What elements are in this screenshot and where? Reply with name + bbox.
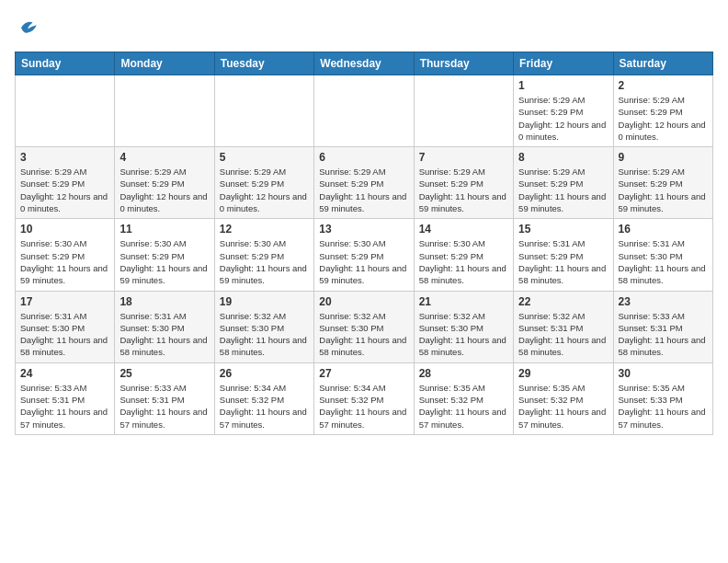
day-info: Sunrise: 5:33 AM Sunset: 5:31 PM Dayligh… bbox=[20, 382, 109, 431]
calendar-cell: 4Sunrise: 5:29 AM Sunset: 5:29 PM Daylig… bbox=[115, 147, 214, 219]
calendar-cell bbox=[214, 75, 313, 147]
day-number: 12 bbox=[220, 223, 309, 236]
day-number: 27 bbox=[319, 367, 408, 380]
day-info: Sunrise: 5:31 AM Sunset: 5:30 PM Dayligh… bbox=[20, 310, 109, 359]
calendar-cell bbox=[314, 75, 414, 147]
calendar-week-row: 3Sunrise: 5:29 AM Sunset: 5:29 PM Daylig… bbox=[16, 147, 713, 219]
logo bbox=[15, 15, 44, 40]
calendar-cell: 5Sunrise: 5:29 AM Sunset: 5:29 PM Daylig… bbox=[214, 147, 313, 219]
day-info: Sunrise: 5:33 AM Sunset: 5:31 PM Dayligh… bbox=[619, 310, 708, 359]
page-header bbox=[15, 15, 713, 40]
day-number: 15 bbox=[518, 223, 608, 236]
day-info: Sunrise: 5:29 AM Sunset: 5:29 PM Dayligh… bbox=[419, 166, 508, 214]
calendar-cell: 30Sunrise: 5:35 AM Sunset: 5:33 PM Dayli… bbox=[613, 362, 712, 434]
day-number: 26 bbox=[220, 367, 309, 380]
day-info: Sunrise: 5:30 AM Sunset: 5:29 PM Dayligh… bbox=[119, 237, 209, 286]
day-number: 23 bbox=[619, 295, 708, 308]
day-number: 1 bbox=[518, 79, 608, 92]
calendar-cell: 12Sunrise: 5:30 AM Sunset: 5:29 PM Dayli… bbox=[214, 219, 313, 291]
calendar-cell: 19Sunrise: 5:32 AM Sunset: 5:30 PM Dayli… bbox=[214, 291, 313, 362]
day-number: 13 bbox=[319, 223, 408, 236]
col-header-friday: Friday bbox=[514, 52, 613, 75]
day-number: 11 bbox=[119, 223, 209, 236]
calendar-cell: 27Sunrise: 5:34 AM Sunset: 5:32 PM Dayli… bbox=[314, 362, 414, 434]
day-info: Sunrise: 5:29 AM Sunset: 5:29 PM Dayligh… bbox=[518, 94, 608, 143]
day-info: Sunrise: 5:32 AM Sunset: 5:30 PM Dayligh… bbox=[220, 310, 309, 359]
day-number: 25 bbox=[119, 367, 209, 380]
day-number: 18 bbox=[119, 295, 209, 308]
day-number: 6 bbox=[319, 151, 408, 164]
calendar-header-row: SundayMondayTuesdayWednesdayThursdayFrid… bbox=[16, 52, 713, 75]
calendar-week-row: 24Sunrise: 5:33 AM Sunset: 5:31 PM Dayli… bbox=[16, 362, 713, 434]
day-number: 24 bbox=[20, 367, 109, 380]
calendar-cell: 1Sunrise: 5:29 AM Sunset: 5:29 PM Daylig… bbox=[514, 75, 613, 147]
day-number: 20 bbox=[319, 295, 408, 308]
day-number: 8 bbox=[518, 151, 608, 164]
calendar-cell: 9Sunrise: 5:29 AM Sunset: 5:29 PM Daylig… bbox=[613, 147, 712, 219]
calendar-cell: 29Sunrise: 5:35 AM Sunset: 5:32 PM Dayli… bbox=[514, 362, 613, 434]
calendar-cell: 6Sunrise: 5:29 AM Sunset: 5:29 PM Daylig… bbox=[314, 147, 414, 219]
calendar-cell bbox=[16, 75, 115, 147]
day-info: Sunrise: 5:29 AM Sunset: 5:29 PM Dayligh… bbox=[220, 166, 309, 214]
calendar-cell: 23Sunrise: 5:33 AM Sunset: 5:31 PM Dayli… bbox=[613, 291, 712, 362]
day-number: 9 bbox=[619, 151, 708, 164]
calendar-week-row: 10Sunrise: 5:30 AM Sunset: 5:29 PM Dayli… bbox=[16, 219, 713, 291]
day-info: Sunrise: 5:32 AM Sunset: 5:31 PM Dayligh… bbox=[518, 310, 608, 359]
calendar-table: SundayMondayTuesdayWednesdayThursdayFrid… bbox=[15, 52, 713, 435]
calendar-cell: 14Sunrise: 5:30 AM Sunset: 5:29 PM Dayli… bbox=[414, 219, 513, 291]
day-number: 29 bbox=[518, 367, 608, 380]
calendar-cell: 13Sunrise: 5:30 AM Sunset: 5:29 PM Dayli… bbox=[314, 219, 414, 291]
day-number: 2 bbox=[619, 79, 708, 92]
calendar-cell: 22Sunrise: 5:32 AM Sunset: 5:31 PM Dayli… bbox=[514, 291, 613, 362]
day-info: Sunrise: 5:29 AM Sunset: 5:29 PM Dayligh… bbox=[518, 166, 608, 214]
col-header-saturday: Saturday bbox=[613, 52, 712, 75]
calendar-cell: 8Sunrise: 5:29 AM Sunset: 5:29 PM Daylig… bbox=[514, 147, 613, 219]
col-header-tuesday: Tuesday bbox=[214, 52, 313, 75]
day-info: Sunrise: 5:29 AM Sunset: 5:29 PM Dayligh… bbox=[619, 166, 708, 214]
day-info: Sunrise: 5:29 AM Sunset: 5:29 PM Dayligh… bbox=[619, 94, 708, 143]
day-info: Sunrise: 5:33 AM Sunset: 5:31 PM Dayligh… bbox=[119, 382, 209, 431]
day-number: 16 bbox=[619, 223, 708, 236]
day-info: Sunrise: 5:32 AM Sunset: 5:30 PM Dayligh… bbox=[319, 310, 408, 359]
day-number: 4 bbox=[119, 151, 209, 164]
calendar-cell: 7Sunrise: 5:29 AM Sunset: 5:29 PM Daylig… bbox=[414, 147, 513, 219]
calendar-cell: 28Sunrise: 5:35 AM Sunset: 5:32 PM Dayli… bbox=[414, 362, 513, 434]
calendar-week-row: 17Sunrise: 5:31 AM Sunset: 5:30 PM Dayli… bbox=[16, 291, 713, 362]
day-info: Sunrise: 5:35 AM Sunset: 5:32 PM Dayligh… bbox=[518, 382, 608, 431]
day-number: 3 bbox=[20, 151, 109, 164]
day-info: Sunrise: 5:31 AM Sunset: 5:30 PM Dayligh… bbox=[119, 310, 209, 359]
day-number: 21 bbox=[419, 295, 508, 308]
day-info: Sunrise: 5:31 AM Sunset: 5:30 PM Dayligh… bbox=[619, 237, 708, 286]
day-number: 5 bbox=[220, 151, 309, 164]
col-header-sunday: Sunday bbox=[16, 52, 115, 75]
day-info: Sunrise: 5:32 AM Sunset: 5:30 PM Dayligh… bbox=[419, 310, 508, 359]
day-info: Sunrise: 5:35 AM Sunset: 5:32 PM Dayligh… bbox=[419, 382, 508, 431]
day-number: 19 bbox=[220, 295, 309, 308]
calendar-cell: 26Sunrise: 5:34 AM Sunset: 5:32 PM Dayli… bbox=[214, 362, 313, 434]
day-number: 14 bbox=[419, 223, 508, 236]
calendar-cell: 16Sunrise: 5:31 AM Sunset: 5:30 PM Dayli… bbox=[613, 219, 712, 291]
calendar-cell: 10Sunrise: 5:30 AM Sunset: 5:29 PM Dayli… bbox=[16, 219, 115, 291]
calendar-cell: 17Sunrise: 5:31 AM Sunset: 5:30 PM Dayli… bbox=[16, 291, 115, 362]
day-info: Sunrise: 5:29 AM Sunset: 5:29 PM Dayligh… bbox=[119, 166, 209, 214]
day-info: Sunrise: 5:30 AM Sunset: 5:29 PM Dayligh… bbox=[319, 237, 408, 286]
col-header-thursday: Thursday bbox=[414, 52, 513, 75]
calendar-cell: 11Sunrise: 5:30 AM Sunset: 5:29 PM Dayli… bbox=[115, 219, 214, 291]
calendar-cell: 3Sunrise: 5:29 AM Sunset: 5:29 PM Daylig… bbox=[16, 147, 115, 219]
day-number: 30 bbox=[619, 367, 708, 380]
day-info: Sunrise: 5:35 AM Sunset: 5:33 PM Dayligh… bbox=[619, 382, 708, 431]
calendar-cell bbox=[115, 75, 214, 147]
calendar-cell: 18Sunrise: 5:31 AM Sunset: 5:30 PM Dayli… bbox=[115, 291, 214, 362]
calendar-cell: 15Sunrise: 5:31 AM Sunset: 5:29 PM Dayli… bbox=[514, 219, 613, 291]
day-info: Sunrise: 5:30 AM Sunset: 5:29 PM Dayligh… bbox=[220, 237, 309, 286]
calendar-cell: 21Sunrise: 5:32 AM Sunset: 5:30 PM Dayli… bbox=[414, 291, 513, 362]
calendar-cell: 20Sunrise: 5:32 AM Sunset: 5:30 PM Dayli… bbox=[314, 291, 414, 362]
col-header-monday: Monday bbox=[115, 52, 214, 75]
calendar-cell: 25Sunrise: 5:33 AM Sunset: 5:31 PM Dayli… bbox=[115, 362, 214, 434]
day-number: 28 bbox=[419, 367, 508, 380]
day-number: 22 bbox=[518, 295, 608, 308]
col-header-wednesday: Wednesday bbox=[314, 52, 414, 75]
day-number: 7 bbox=[419, 151, 508, 164]
logo-bird-icon bbox=[15, 15, 40, 40]
day-info: Sunrise: 5:34 AM Sunset: 5:32 PM Dayligh… bbox=[220, 382, 309, 431]
